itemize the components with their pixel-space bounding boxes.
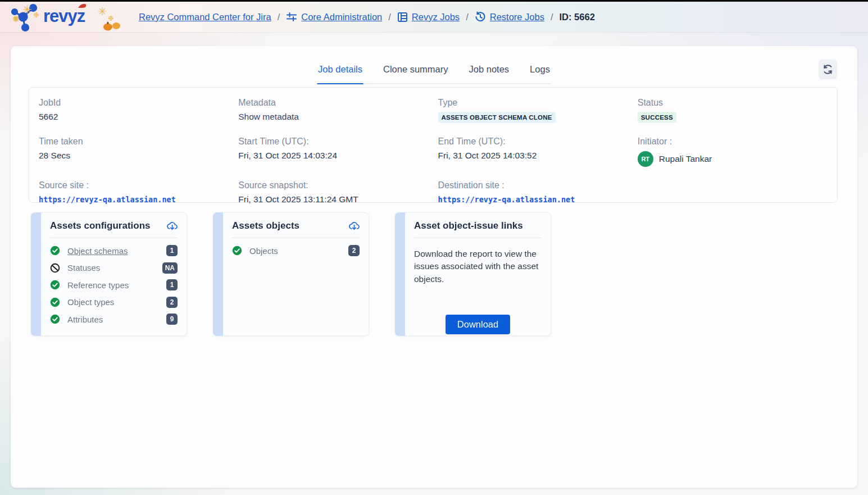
objects-row: Objects 2 bbox=[232, 242, 360, 260]
destination-site-label: Destination site : bbox=[438, 180, 638, 190]
breadcrumb-current-job-id: ID: 5662 bbox=[560, 12, 595, 22]
source-site-link[interactable]: https://revyz-qa.atlassian.net bbox=[39, 195, 176, 204]
show-metadata-link[interactable]: Show metadata bbox=[238, 112, 438, 122]
breadcrumb-separator: / bbox=[466, 12, 469, 22]
source-snapshot-field: Source snapshot: Fri, 31 Oct 2025 13:11:… bbox=[238, 180, 438, 205]
initiator-label: Initiator : bbox=[638, 137, 837, 147]
download-button[interactable]: Download bbox=[446, 315, 510, 334]
time-taken-label: Time taken bbox=[39, 137, 238, 147]
check-circle-icon bbox=[50, 314, 60, 324]
initiator-field: Initiator : RT Rupali Tankar bbox=[638, 137, 837, 167]
statuses-count-badge: NA bbox=[162, 262, 178, 274]
santa-hat-decoration bbox=[75, 2, 90, 11]
top-navigation-bar: revyz ✳ ❉ ✺ ✳ ❉ Revyz Command Center for… bbox=[0, 0, 868, 32]
start-time-field: Start Time (UTC): Fri, 31 Oct 2025 14:03… bbox=[238, 137, 438, 167]
refresh-icon bbox=[822, 63, 833, 75]
status-badge: SUCCESS bbox=[638, 112, 676, 123]
type-label: Type bbox=[438, 98, 638, 108]
job-details-page: Job details Clone summary Job notes Logs… bbox=[11, 46, 857, 488]
check-circle-icon bbox=[232, 246, 242, 256]
cloud-download-icon bbox=[349, 221, 360, 230]
start-time-label: Start Time (UTC): bbox=[238, 137, 438, 147]
attributes-count-badge: 9 bbox=[166, 314, 178, 325]
revyz-logo[interactable]: revyz ✳ ❉ ✺ ✳ ❉ bbox=[8, 2, 123, 32]
object-types-label: Object types bbox=[67, 297, 159, 307]
statuses-label: Statuses bbox=[67, 263, 155, 273]
reference-types-count-badge: 1 bbox=[166, 279, 178, 290]
download-report-button[interactable] bbox=[349, 221, 360, 230]
tab-clone-summary[interactable]: Clone summary bbox=[382, 59, 449, 83]
breadcrumb-link-revyz-jobs[interactable]: Revyz Jobs bbox=[397, 12, 460, 22]
asset-object-issue-links-title: Asset object-issue links bbox=[414, 220, 523, 231]
attributes-label: Attributes bbox=[67, 315, 159, 324]
object-schemas-count-badge: 1 bbox=[166, 245, 178, 256]
assets-configurations-title: Assets configurations bbox=[50, 220, 151, 231]
sliders-icon bbox=[286, 11, 297, 22]
tab-job-notes[interactable]: Job notes bbox=[468, 59, 511, 83]
sparkle-decoration: ✳ bbox=[98, 5, 107, 18]
objects-count-badge: 2 bbox=[348, 245, 360, 256]
pumpkins-decoration bbox=[102, 21, 122, 31]
breadcrumb-separator: / bbox=[551, 12, 553, 22]
refresh-button[interactable] bbox=[819, 60, 837, 79]
config-row-reference-types: Reference types 1 bbox=[50, 276, 178, 294]
type-field: Type ASSETS OBJECT SCHEMA CLONE bbox=[438, 98, 638, 123]
metadata-label: Metadata bbox=[238, 98, 438, 108]
end-time-value: Fri, 31 Oct 2025 14:03:52 bbox=[438, 151, 638, 161]
breadcrumb-separator: / bbox=[388, 12, 391, 22]
initiator-avatar: RT bbox=[638, 151, 653, 167]
type-badge: ASSETS OBJECT SCHEMA CLONE bbox=[438, 112, 556, 123]
status-label: Status bbox=[638, 98, 837, 108]
divider bbox=[50, 238, 178, 238]
reference-types-label: Reference types bbox=[67, 280, 159, 290]
check-circle-icon bbox=[50, 297, 60, 307]
destination-site-field: Destination site : https://revyz-qa.atla… bbox=[438, 180, 638, 205]
tab-logs[interactable]: Logs bbox=[529, 59, 551, 83]
tab-bar: Job details Clone summary Job notes Logs bbox=[317, 59, 551, 84]
empty-cell bbox=[638, 180, 837, 205]
config-row-object-schemas: Object schemas 1 bbox=[50, 242, 178, 260]
destination-site-link[interactable]: https://revyz-qa.atlassian.net bbox=[438, 195, 575, 204]
source-site-field: Source site : https://revyz-qa.atlassian… bbox=[39, 180, 238, 205]
time-taken-field: Time taken 28 Secs bbox=[39, 137, 238, 167]
breadcrumb-label: Restore Jobs bbox=[490, 12, 544, 22]
card-accent-strip bbox=[31, 212, 41, 336]
cloud-download-icon bbox=[167, 221, 178, 230]
check-circle-icon bbox=[50, 280, 60, 290]
breadcrumb-label: Revyz Command Center for Jira bbox=[139, 12, 271, 22]
card-accent-strip bbox=[213, 212, 223, 336]
end-time-field: End Time (UTC): Fri, 31 Oct 2025 14:03:5… bbox=[438, 137, 638, 167]
objects-label: Objects bbox=[249, 246, 341, 256]
asset-object-issue-links-card: Asset object-issue links Download the re… bbox=[395, 212, 551, 336]
breadcrumb-label: Core Administration bbox=[301, 12, 382, 22]
assets-objects-title: Assets objects bbox=[232, 220, 299, 231]
breadcrumb-link-core-administration[interactable]: Core Administration bbox=[286, 11, 382, 22]
source-site-label: Source site : bbox=[39, 180, 238, 190]
jobid-field: JobId 5662 bbox=[39, 98, 238, 123]
breadcrumb-link-restore-jobs[interactable]: Restore Jobs bbox=[475, 11, 544, 22]
jobid-label: JobId bbox=[39, 98, 238, 108]
breadcrumb-link-command-center[interactable]: Revyz Command Center for Jira bbox=[139, 12, 271, 22]
config-row-attributes: Attributes 9 bbox=[50, 311, 178, 328]
source-snapshot-label: Source snapshot: bbox=[238, 180, 438, 190]
download-report-button[interactable] bbox=[167, 221, 178, 230]
metadata-field: Metadata Show metadata bbox=[238, 98, 438, 123]
config-row-statuses: Statuses NA bbox=[50, 260, 178, 277]
card-accent-strip bbox=[395, 212, 405, 336]
status-field: Status SUCCESS bbox=[638, 98, 837, 123]
tab-job-details[interactable]: Job details bbox=[317, 59, 363, 84]
history-icon bbox=[475, 11, 486, 22]
jobs-table-icon bbox=[397, 12, 408, 22]
config-row-object-types: Object types 2 bbox=[50, 294, 178, 311]
initiator-name: Rupali Tankar bbox=[659, 154, 712, 164]
check-circle-icon bbox=[50, 246, 60, 256]
breadcrumb-label: Revyz Jobs bbox=[412, 12, 460, 22]
assets-configurations-card: Assets configurations Object schemas 1 bbox=[31, 212, 187, 336]
object-schemas-link[interactable]: Object schemas bbox=[67, 246, 159, 256]
object-types-count-badge: 2 bbox=[166, 297, 178, 308]
end-time-label: End Time (UTC): bbox=[438, 137, 638, 147]
start-time-value: Fri, 31 Oct 2025 14:03:24 bbox=[238, 151, 438, 161]
time-taken-value: 28 Secs bbox=[39, 151, 238, 161]
breadcrumb: Revyz Command Center for Jira / Core Adm… bbox=[139, 11, 595, 22]
source-snapshot-value: Fri, 31 Oct 2025 13:11:24 GMT bbox=[238, 194, 438, 205]
